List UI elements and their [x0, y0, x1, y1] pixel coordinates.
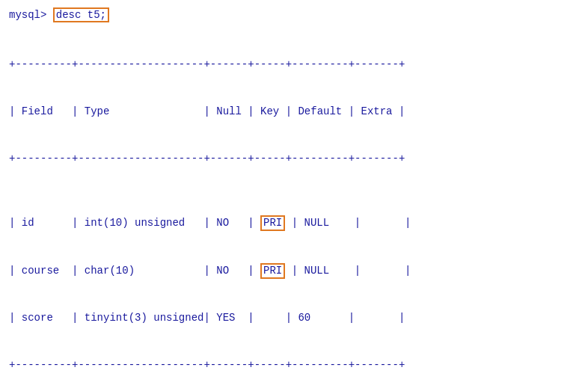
pri-box-1: PRI	[260, 215, 285, 231]
section1-prompt: mysql>	[9, 9, 53, 21]
section1-row2: | course | char(10) | NO | PRI | NULL | …	[9, 263, 579, 279]
section1-table: +---------+--------------------+------+-…	[9, 25, 579, 388]
section1-row3: | score | tinyint(3) unsigned| YES | | 6…	[9, 311, 579, 326]
section1-command: desc t5;	[53, 7, 109, 22]
section1-row1: | id | int(10) unsigned | NO | PRI | NUL…	[9, 215, 579, 231]
section1-header: | Field | Type | Null | Key | Default | …	[9, 105, 579, 120]
section1-block: mysql> desc t5; +---------+-------------…	[9, 7, 579, 388]
section1-border-top: +---------+--------------------+------+-…	[9, 58, 579, 73]
section1-border-mid: +---------+--------------------+------+-…	[9, 152, 579, 167]
section1-border-bot: +---------+--------------------+------+-…	[9, 358, 579, 373]
section1-prompt-line: mysql> desc t5;	[9, 7, 579, 22]
pri-box-2: PRI	[260, 263, 285, 279]
